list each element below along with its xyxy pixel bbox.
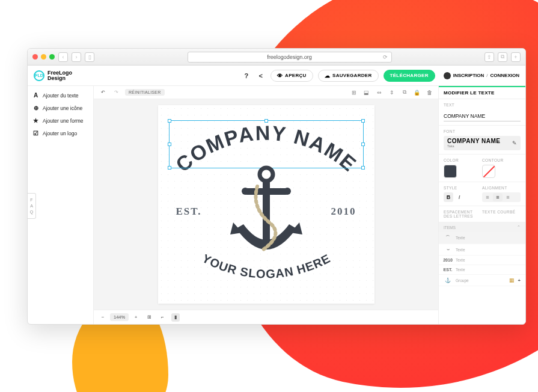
fill-color-swatch[interactable]: [444, 165, 457, 178]
delete-icon[interactable]: 🗑: [426, 88, 433, 96]
back-button[interactable]: ‹: [58, 52, 68, 62]
snap-toggle-button[interactable]: ⌐: [158, 313, 167, 322]
bold-button[interactable]: B: [444, 192, 453, 202]
app-main: A Ajouter du texte ⊕ Ajouter une icône ★…: [28, 86, 525, 324]
forward-button[interactable]: ›: [72, 52, 81, 62]
flip-v-icon[interactable]: ⇕: [388, 88, 396, 96]
panel-title: MODIFIER LE TEXTE: [439, 86, 525, 99]
maximize-icon[interactable]: [49, 54, 55, 60]
signup-link[interactable]: INSCRIPTION: [453, 73, 485, 78]
layer-item-year[interactable]: 2010 Texte: [439, 256, 525, 265]
help-icon[interactable]: ?: [242, 71, 251, 81]
eye-icon: 👁: [277, 73, 283, 79]
tabs-button[interactable]: ⧉: [498, 52, 507, 62]
layer-down-icon[interactable]: ⬓: [362, 88, 370, 96]
section-text: TEXT: [439, 99, 525, 126]
cloud-icon: ☁: [325, 73, 330, 79]
browser-window: ‹ › ▯ freelogodesign.org ⟳ ⇪ ⧉ + FLD Fre…: [27, 48, 526, 325]
preview-button[interactable]: 👁 APERÇU: [271, 70, 313, 82]
folder-icon[interactable]: ▦: [509, 277, 515, 283]
svg-text:YOUR SLOGAN HERE: YOUR SLOGAN HERE: [200, 254, 332, 281]
sidebar-item-add-shape[interactable]: ★ Ajouter une forme: [32, 117, 88, 124]
align-right-button[interactable]: ≡: [503, 193, 513, 201]
sidebar-toggle-button[interactable]: ▯: [85, 52, 94, 62]
italic-button[interactable]: I: [454, 192, 464, 202]
zoom-controls: − 144% +: [99, 313, 140, 322]
artboard[interactable]: COMPANY NAME EST. 2010: [158, 105, 374, 304]
logo-est-text[interactable]: EST.: [176, 206, 202, 216]
zoom-out-button[interactable]: −: [99, 313, 107, 322]
items-chevron-icon[interactable]: ⌃: [517, 225, 521, 230]
edit-font-icon[interactable]: ✎: [512, 140, 517, 146]
reload-icon[interactable]: ⟳: [383, 54, 388, 60]
auth-links: INSCRIPTION / CONNEXION: [444, 72, 519, 79]
minimize-icon[interactable]: [41, 54, 46, 60]
section-style-align: STYLE B I ALIGNMENT ≡ ≡ ≡: [439, 182, 525, 206]
properties-panel: MODIFIER LE TEXTE TEXT FONT COMPANY NAME…: [438, 86, 525, 324]
section-font: FONT COMPANY NAME Taka ✎: [439, 126, 525, 155]
svg-point-4: [242, 188, 249, 195]
copy-icon[interactable]: ⧉: [400, 88, 408, 96]
new-tab-button[interactable]: +: [511, 52, 521, 62]
canvas[interactable]: COMPANY NAME EST. 2010: [94, 99, 438, 310]
layer-item-est[interactable]: EST. Texte: [439, 265, 525, 275]
grid-toggle-button[interactable]: ⊞: [145, 313, 153, 322]
align-left-button[interactable]: ≡: [483, 193, 492, 201]
guides-toggle-button[interactable]: ▮: [171, 313, 180, 322]
flip-h-icon[interactable]: ⇔: [375, 88, 383, 96]
app-logo[interactable]: FLD FreeLogo Design: [34, 70, 72, 81]
curve-down-icon: ⌣: [444, 247, 452, 253]
share-icon[interactable]: <: [256, 71, 266, 81]
icon-tool-icon: ⊕: [32, 105, 39, 111]
avatar-icon: [444, 72, 451, 79]
section-colors: COLOR CONTOUR: [439, 155, 525, 182]
layer-item-slogan[interactable]: ⌣ Texte: [439, 244, 525, 256]
svg-point-1: [260, 168, 273, 181]
canvas-area: ↶ ↷ RÉINITIALISER ⊞ ⬓ ⇔ ⇕ ⧉ 🔒 🗑: [94, 86, 438, 324]
share-button[interactable]: ⇪: [485, 52, 494, 62]
window-controls: [32, 54, 55, 60]
align-tool-icon[interactable]: ⊞: [350, 88, 358, 96]
app-header: FLD FreeLogo Design ? < 👁 APERÇU ☁ SAUVE…: [28, 66, 525, 86]
layer-item-anchor-group[interactable]: ⚓ Groupe ▦ +: [439, 275, 525, 286]
svg-point-5: [284, 188, 291, 195]
shape-tool-icon: ★: [32, 117, 39, 124]
section-spacing-curve: ESPACEMENT DES LETTRES TEXTE COURBÉ: [439, 206, 525, 222]
logo-slogan-text[interactable]: YOUR SLOGAN HERE: [158, 254, 374, 293]
zoom-level[interactable]: 144%: [110, 313, 129, 321]
left-sidebar: A Ajouter du texte ⊕ Ajouter une icône ★…: [28, 86, 94, 324]
logo-year-text[interactable]: 2010: [331, 206, 356, 216]
redo-button[interactable]: ↷: [112, 88, 120, 97]
bottom-bar: − 144% + ⊞ ⌐ ▮: [94, 310, 438, 324]
layer-item-company[interactable]: ⌒ Texte: [439, 232, 525, 244]
align-center-button[interactable]: ≡: [493, 193, 503, 201]
logo-badge: FLD: [34, 70, 44, 81]
sidebar-item-add-text[interactable]: A Ajouter du texte: [32, 92, 88, 99]
lock-icon[interactable]: 🔒: [413, 88, 421, 96]
login-link[interactable]: CONNEXION: [491, 73, 519, 78]
browser-titlebar: ‹ › ▯ freelogodesign.org ⟳ ⇪ ⧉ +: [28, 49, 525, 66]
reset-button[interactable]: RÉINITIALISER: [125, 89, 165, 96]
faq-tab[interactable]: FAQ: [28, 193, 36, 219]
undo-button[interactable]: ↶: [99, 88, 107, 97]
sidebar-item-add-logo[interactable]: ☑ Ajouter un logo: [32, 130, 88, 136]
close-icon[interactable]: [32, 54, 38, 60]
anchor-icon: ⚓: [444, 278, 452, 283]
text-input[interactable]: [444, 111, 521, 121]
save-button[interactable]: ☁ SAUVEGARDER: [318, 70, 379, 82]
sidebar-item-add-icon[interactable]: ⊕ Ajouter une icône: [32, 105, 88, 111]
zoom-in-button[interactable]: +: [132, 313, 140, 322]
text-tool-icon: A: [32, 92, 39, 99]
logo-anchor-icon[interactable]: [227, 165, 305, 264]
alignment-group: ≡ ≡ ≡: [482, 192, 521, 202]
logo-text: FreeLogo Design: [47, 70, 72, 81]
logo-tool-icon: ☑: [32, 130, 39, 136]
add-layer-button[interactable]: +: [518, 278, 521, 283]
url-bar[interactable]: freelogodesign.org ⟳: [188, 52, 392, 63]
items-header: ITEMS ⌃: [439, 222, 525, 232]
canvas-toolbar: ↶ ↷ RÉINITIALISER ⊞ ⬓ ⇔ ⇕ ⧉ 🔒 🗑: [94, 86, 438, 99]
stroke-color-swatch[interactable]: [482, 165, 495, 178]
font-picker[interactable]: COMPANY NAME Taka ✎: [444, 136, 521, 150]
url-text: freelogodesign.org: [267, 54, 312, 60]
download-button[interactable]: TÉLÉCHARGER: [384, 70, 435, 82]
